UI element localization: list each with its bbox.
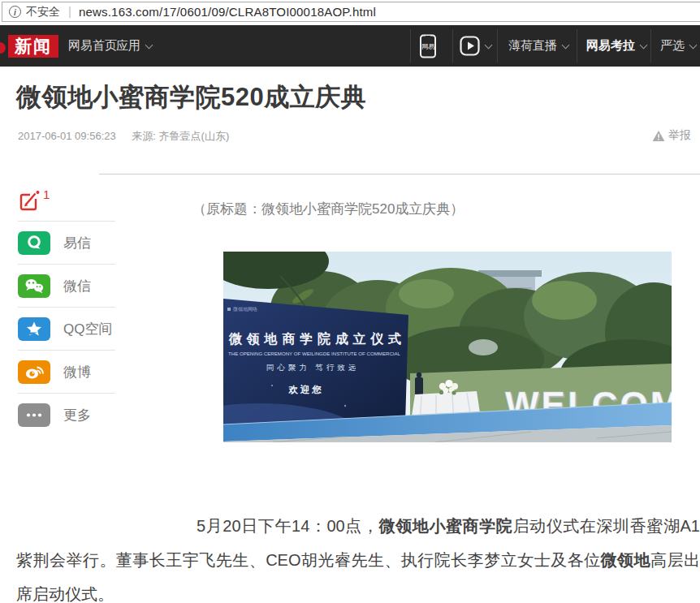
header-divider	[650, 29, 651, 62]
share-item-yixin[interactable]: 易信	[18, 231, 91, 255]
nav-live[interactable]: 薄荷直播	[508, 25, 568, 67]
video-play-icon	[460, 36, 480, 56]
news-logo[interactable]: 新闻	[8, 35, 58, 58]
comment-button[interactable]: 1	[18, 189, 50, 212]
header-rule	[99, 174, 700, 174]
nav-mobile-app[interactable]: 网易	[419, 25, 437, 67]
page-title: 微领地小蜜商学院520成立庆典	[16, 80, 366, 114]
header-divider	[497, 29, 498, 62]
nav-home-label: 网易首页	[68, 38, 117, 54]
comment-edit-icon	[18, 189, 41, 212]
warning-triangle-icon	[652, 130, 665, 142]
photo-stage-logo-text: 微领地网络	[232, 306, 257, 312]
article-meta: 2017-06-01 09:56:23 来源: 齐鲁壹点(山东)	[18, 129, 229, 144]
nav-yanxuan-label: 严选	[660, 38, 685, 54]
share-item-label: QQ空间	[63, 320, 112, 338]
share-item-label: 易信	[63, 234, 91, 252]
yixin-icon	[18, 231, 50, 255]
wechat-icon	[18, 274, 50, 298]
nav-home[interactable]: 网易首页	[68, 25, 117, 67]
phone-icon: 网易	[419, 34, 437, 58]
chevron-down-icon	[145, 41, 153, 49]
share-item-more[interactable]: 更多	[18, 403, 91, 427]
share-item-weibo[interactable]: 微博	[18, 360, 91, 384]
nav-apps-label: 应用	[116, 38, 140, 54]
nav-video[interactable]	[460, 25, 491, 67]
header-divider	[577, 29, 577, 62]
share-divider	[18, 307, 115, 308]
header-divider	[410, 29, 411, 62]
share-divider	[18, 221, 115, 222]
site-header: 新闻 网易首页 应用 网易 薄荷直播	[0, 25, 700, 67]
weibo-icon	[18, 360, 50, 384]
chevron-down-icon	[689, 41, 698, 49]
url-separator: |	[68, 4, 71, 18]
security-label[interactable]: 不安全	[26, 5, 60, 19]
info-icon[interactable]: i	[9, 6, 21, 18]
nav-apps[interactable]: 应用	[116, 25, 152, 67]
share-item-label: 微博	[63, 363, 91, 381]
share-item-qzone[interactable]: QQ空间	[18, 317, 112, 341]
chevron-down-icon	[562, 41, 570, 49]
url-input[interactable]: i 不安全 | news.163.com/17/0601/09/CLRA8TOI…	[2, 2, 700, 22]
page: i 不安全 | news.163.com/17/0601/09/CLRA8TOI…	[0, 0, 700, 603]
publish-datetime: 2017-06-01 09:56:23	[18, 130, 116, 142]
photo-banner-motto: 同心聚力 笃行致远	[266, 363, 360, 372]
share-item-label: 更多	[63, 406, 91, 424]
photo-banner-subtitle: THE OPENING CEREMONY OF WEILINGDE INSTIT…	[228, 351, 400, 356]
browser-address-bar: i 不安全 | news.163.com/17/0601/09/CLRA8TOI…	[0, 0, 700, 25]
url-text[interactable]: news.163.com/17/0601/09/CLRA8TOI00018AOP…	[79, 5, 376, 19]
original-title-line: （原标题：微领地小蜜商学院520成立庆典）	[192, 200, 464, 218]
more-dots-icon	[18, 403, 50, 427]
article-paragraph: 5月20日下午14：00点，微领地小蜜商学院启动仪式在深圳香蜜湖A1紫荆会举行。…	[16, 509, 700, 603]
report-label: 举报	[668, 128, 691, 143]
nav-kaola[interactable]: 网易考拉	[586, 25, 646, 67]
nav-yanxuan[interactable]: 严选	[660, 25, 696, 67]
share-divider	[18, 264, 115, 265]
nav-kaola-label: 网易考拉	[586, 38, 635, 54]
share-divider	[18, 393, 115, 394]
article-source: 来源: 齐鲁壹点(山东)	[132, 130, 229, 142]
qzone-star-icon	[18, 317, 50, 341]
chevron-down-icon	[485, 41, 493, 49]
share-item-label: 微信	[63, 277, 91, 295]
article-photo: 微领地网络 微领地商学院成立仪式 THE OPENING CEREMONY OF…	[223, 252, 672, 442]
report-link[interactable]: 举报	[652, 128, 691, 143]
comment-count: 1	[43, 187, 50, 212]
share-divider	[18, 350, 115, 351]
nav-live-label: 薄荷直播	[508, 38, 557, 54]
header-divider	[452, 29, 453, 62]
photo-banner-welcome: 欢迎您	[287, 384, 324, 394]
chevron-down-icon	[640, 41, 648, 49]
phone-icon-label: 网易	[421, 43, 434, 50]
share-item-wechat[interactable]: 微信	[18, 274, 91, 298]
netease-logo-fragment	[0, 42, 6, 54]
